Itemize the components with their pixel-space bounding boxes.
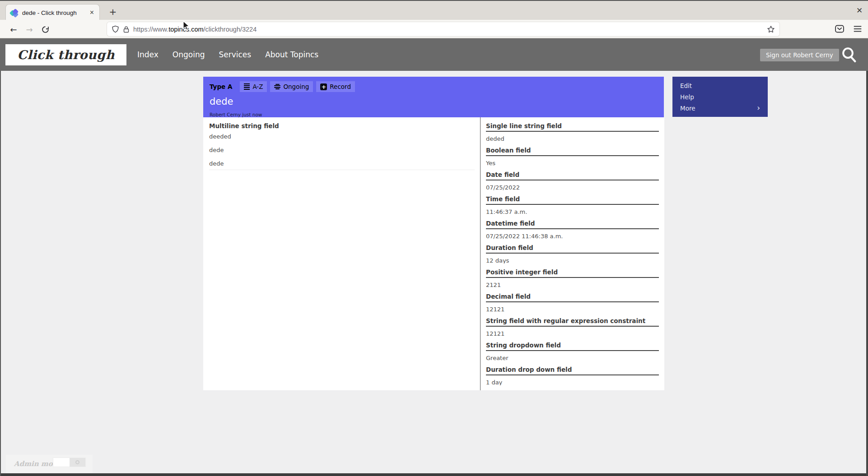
field-label: Multiline string field: [209, 117, 475, 129]
url-path: /clickthrough/3224: [204, 26, 257, 33]
back-button[interactable]: ←: [8, 23, 19, 35]
sign-out-button[interactable]: Sign out Robert Cerny: [760, 49, 839, 61]
topic-content: Multiline string field deeded dede dede …: [203, 117, 664, 390]
field-boolean: Boolean field Yes: [486, 142, 659, 166]
pocket-save-icon[interactable]: [835, 24, 845, 34]
field-label: Single line string field: [486, 117, 659, 129]
multiline-field-column: Multiline string field deeded dede dede: [209, 117, 475, 170]
toggle-off-half: [70, 458, 86, 467]
url-bar[interactable]: https://www.topincs.com/clickthrough/322…: [107, 22, 779, 36]
search-button[interactable]: [840, 46, 858, 64]
browser-window: dede - Click through × + ✕ ← → https://w…: [0, 0, 868, 476]
browser-tab[interactable]: dede - Click through ×: [5, 4, 100, 21]
field-string-dropdown: String dropdown field Greater: [486, 337, 659, 361]
reload-button[interactable]: [39, 23, 51, 35]
menu-item-help[interactable]: Help: [672, 91, 768, 102]
url-text[interactable]: https://www.topincs.com/clickthrough/322…: [133, 26, 763, 33]
forward-button: →: [23, 23, 35, 35]
field-value: 2121: [486, 282, 659, 288]
topic-meta: Robert Cerny just now: [210, 112, 658, 117]
field-label: Decimal field: [486, 288, 659, 300]
field-duration-dropdown: Duration drop down field 1 day: [486, 361, 659, 385]
ongoing-button[interactable]: Ongoing: [270, 81, 313, 92]
record-button[interactable]: + Record: [316, 81, 355, 92]
browser-toolbar: ← → https://www.topincs.com/clickthrough…: [0, 20, 868, 38]
field-date: Date field 07/25/2022: [486, 166, 659, 190]
field-value: deeded: [209, 133, 475, 140]
field-value: 07/25/2022: [486, 184, 659, 190]
column-divider: [480, 117, 481, 390]
field-value: Greater: [486, 355, 659, 361]
nav-item-about-topincs[interactable]: About Topincs: [265, 50, 318, 59]
lock-icon[interactable]: [123, 26, 130, 33]
menu-item-edit-label: Edit: [680, 82, 692, 89]
fields-column: Single line string field deded Boolean f…: [486, 117, 659, 385]
field-label: Time field: [486, 190, 659, 203]
app-menu-hamburger-icon[interactable]: [853, 24, 863, 34]
toggle-on-half: [53, 458, 70, 467]
tab-strip: dede - Click through × + ✕: [0, 0, 868, 20]
field-time: Time field 11:46:37 a.m.: [486, 190, 659, 215]
site-logo-text: Click through: [17, 48, 115, 62]
menu-item-edit[interactable]: Edit: [672, 80, 768, 91]
site-favicon-icon: [10, 9, 18, 17]
field-label: String dropdown field: [486, 337, 659, 349]
field-decimal: Decimal field 12121: [486, 288, 659, 312]
site-header: Click through Index Ongoing Services Abo…: [0, 38, 868, 71]
bookmark-star-icon[interactable]: [767, 25, 775, 33]
toolbar-right-icons: [835, 24, 863, 34]
divider: [209, 170, 475, 170]
admin-mode-toggle[interactable]: [53, 458, 86, 467]
field-value: deded: [486, 135, 659, 142]
reload-icon: [42, 26, 49, 33]
nav-item-services[interactable]: Services: [219, 50, 251, 59]
field-value: dede: [209, 147, 475, 154]
menu-item-more-label: More: [680, 105, 695, 112]
field-string-regex: String field with regular expression con…: [486, 312, 659, 337]
topic-header-card: Type A A-Z Ongoing + Record dede Robert …: [203, 77, 664, 117]
field-label: String field with regular expression con…: [486, 312, 659, 324]
field-positive-integer: Positive integer field 2121: [486, 263, 659, 288]
field-value: 07/25/2022 11:46:38 a.m.: [486, 233, 659, 239]
nav-item-ongoing[interactable]: Ongoing: [173, 50, 205, 59]
field-single-line-string: Single line string field deded: [486, 117, 659, 142]
field-datetime: Datetime field 07/25/2022 11:46:38 a.m.: [486, 215, 659, 239]
field-value: Yes: [486, 160, 659, 166]
field-value: 12 days: [486, 257, 659, 263]
chevron-right-icon: ›: [757, 104, 760, 112]
az-sort-button[interactable]: A-Z: [240, 81, 267, 92]
list-lines-icon: [244, 83, 250, 90]
nav-item-index[interactable]: Index: [137, 50, 159, 59]
field-label: Boolean field: [486, 142, 659, 154]
record-plus-icon: +: [320, 83, 327, 90]
field-duration: Duration field 12 days: [486, 239, 659, 263]
ongoing-label: Ongoing: [283, 83, 309, 90]
toggle-knob-icon: [75, 460, 79, 464]
field-label: Datetime field: [486, 215, 659, 227]
context-menu: Edit Help More ›: [672, 77, 768, 117]
menu-item-help-label: Help: [680, 93, 694, 101]
record-label: Record: [330, 83, 351, 90]
field-value: 12121: [486, 306, 659, 312]
ongoing-sphere-icon: [274, 84, 280, 90]
tab-title: dede - Click through: [22, 9, 85, 16]
new-tab-button[interactable]: +: [107, 5, 119, 18]
field-label: Duration field: [486, 239, 659, 251]
url-prefix: https://www.: [133, 26, 168, 33]
field-label: Positive integer field: [486, 263, 659, 276]
field-value: 11:46:37 a.m.: [486, 208, 659, 215]
field-value: 12121: [486, 330, 659, 337]
field-label: Date field: [486, 166, 659, 178]
topic-title: dede: [210, 96, 658, 107]
menu-item-more[interactable]: More ›: [672, 102, 768, 114]
search-icon: [840, 46, 858, 64]
site-logo[interactable]: Click through: [5, 44, 126, 65]
az-sort-label: A-Z: [252, 83, 263, 90]
mouse-cursor: [182, 21, 191, 31]
main-nav: Index Ongoing Services About Topincs: [137, 38, 318, 71]
window-close-button[interactable]: ✕: [854, 5, 865, 16]
tab-close-icon[interactable]: ×: [89, 9, 95, 17]
field-value: 1 day: [486, 379, 659, 385]
tracking-shield-icon[interactable]: [112, 25, 119, 33]
topic-type-label: Type A: [210, 83, 232, 90]
